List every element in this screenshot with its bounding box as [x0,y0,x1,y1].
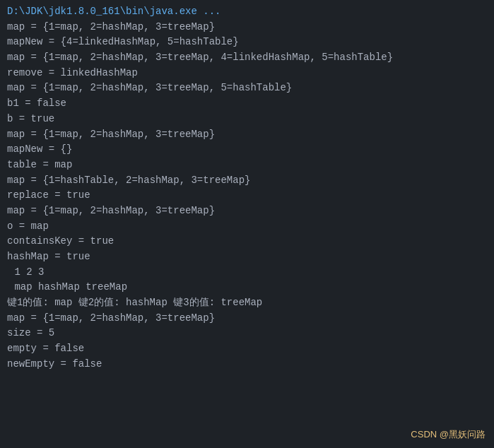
watermark: CSDN @黑妖问路 [411,428,486,441]
line-8: map = {1=map, 2=hashMap, 3=treeMap} [7,127,487,143]
terminal-window: D:\JDK\jdk1.8.0_161\bin\java.exe ... map… [0,0,494,448]
line-3: map = {1=map, 2=hashMap, 3=treeMap, 4=li… [7,50,487,66]
line-5: map = {1=map, 2=hashMap, 3=treeMap, 5=ha… [7,81,487,96]
line-17: 1 2 3 [7,265,487,281]
title-line: D:\JDK\jdk1.8.0_161\bin\java.exe ... [7,4,487,20]
line-4: remove = linkedHashMap [7,66,487,81]
line-1: map = {1=map, 2=hashMap, 3=treeMap} [7,20,487,35]
line-7: b = true [7,112,487,127]
line-18: map hashMap treeMap [7,280,487,295]
line-10: table = map [7,158,487,173]
line-23: newEmpty = false [7,357,487,372]
line-14: o = map [7,219,487,235]
line-21: size = 5 [7,326,487,341]
line-20: map = {1=map, 2=hashMap, 3=treeMap} [7,311,487,326]
line-12: replace = true [7,188,487,204]
line-16: hashMap = true [7,249,487,265]
line-9: mapNew = {} [7,142,487,158]
line-11: map = {1=hashTable, 2=hashMap, 3=treeMap… [7,173,487,189]
line-19: 键1的值: map 键2的值: hashMap 键3的值: treeMap [7,295,487,311]
line-13: map = {1=map, 2=hashMap, 3=treeMap} [7,204,487,219]
line-22: empty = false [7,341,487,357]
line-15: containsKey = true [7,234,487,249]
line-2: mapNew = {4=linkedHashMap, 5=hashTable} [7,35,487,50]
line-6: b1 = false [7,96,487,112]
